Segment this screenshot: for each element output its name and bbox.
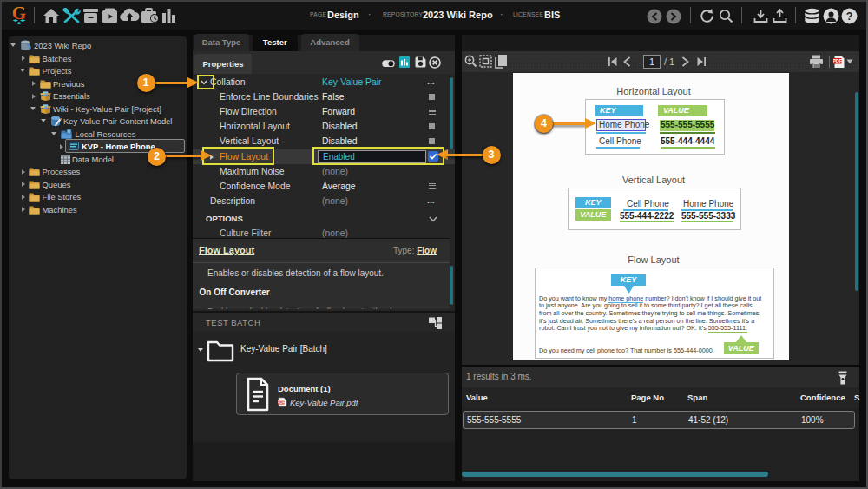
svg-text:?: ? [846,10,853,23]
svg-text:PDF: PDF [278,400,285,404]
svg-text:PDF: PDF [833,58,843,63]
